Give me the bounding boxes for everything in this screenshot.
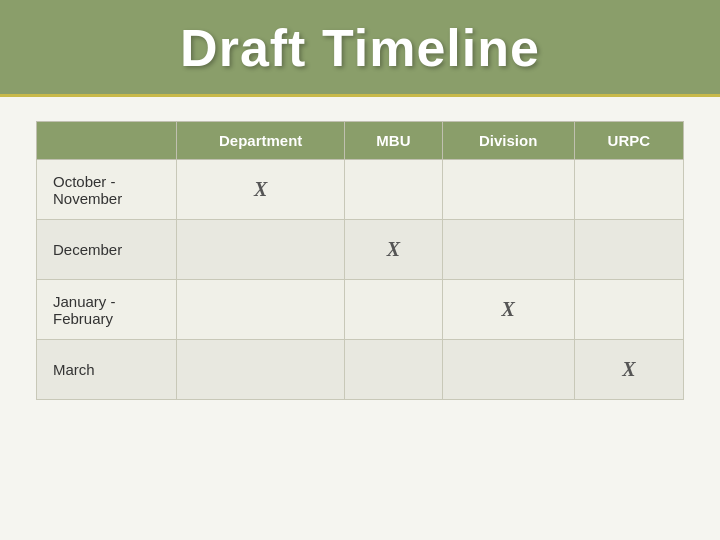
x-mark: X [387, 238, 400, 260]
cell-department-3 [177, 340, 345, 400]
cell-mbu-3 [345, 340, 442, 400]
col-header-urpc: URPC [574, 122, 683, 160]
cell-department-1 [177, 220, 345, 280]
cell-division-1 [442, 220, 574, 280]
x-mark: X [622, 358, 635, 380]
col-header-period [37, 122, 177, 160]
table-row: October - NovemberX [37, 160, 684, 220]
x-mark: X [501, 298, 514, 320]
cell-urpc-0 [574, 160, 683, 220]
col-header-mbu: MBU [345, 122, 442, 160]
x-mark: X [254, 178, 267, 200]
table-header-row: Department MBU Division URPC [37, 122, 684, 160]
cell-period-3: March [37, 340, 177, 400]
cell-mbu-0 [345, 160, 442, 220]
cell-urpc-1 [574, 220, 683, 280]
cell-department-0: X [177, 160, 345, 220]
table-container: Department MBU Division URPC October - N… [0, 97, 720, 540]
table-row: DecemberX [37, 220, 684, 280]
cell-division-0 [442, 160, 574, 220]
page-title: Draft Timeline [180, 18, 540, 78]
col-header-division: Division [442, 122, 574, 160]
cell-urpc-2 [574, 280, 683, 340]
cell-mbu-1: X [345, 220, 442, 280]
table-row: January - FebruaryX [37, 280, 684, 340]
cell-period-0: October - November [37, 160, 177, 220]
cell-mbu-2 [345, 280, 442, 340]
cell-department-2 [177, 280, 345, 340]
table-row: MarchX [37, 340, 684, 400]
cell-division-3 [442, 340, 574, 400]
cell-urpc-3: X [574, 340, 683, 400]
header: Draft Timeline [0, 0, 720, 94]
col-header-department: Department [177, 122, 345, 160]
cell-division-2: X [442, 280, 574, 340]
page-container: Draft Timeline Department MBU Division U… [0, 0, 720, 540]
cell-period-1: December [37, 220, 177, 280]
timeline-table: Department MBU Division URPC October - N… [36, 121, 684, 400]
cell-period-2: January - February [37, 280, 177, 340]
